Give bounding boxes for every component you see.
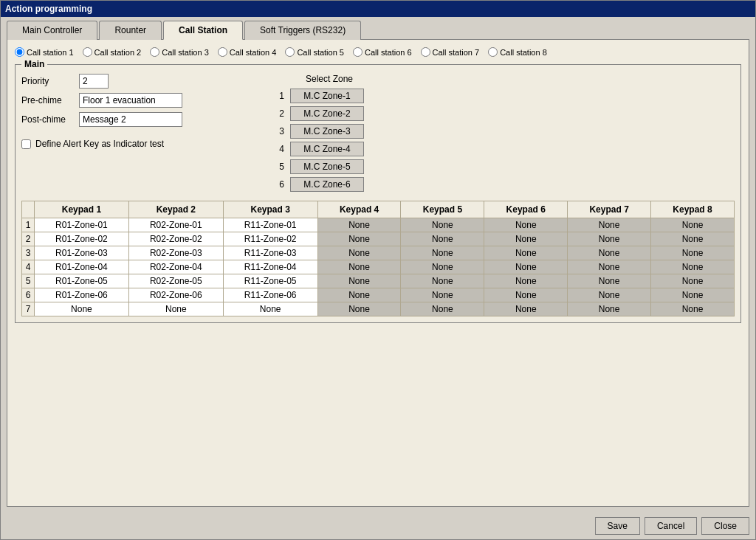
alert-key-checkbox[interactable] xyxy=(21,139,31,149)
cell-r5-c6[interactable]: None xyxy=(484,274,568,288)
cell-r5-c5[interactable]: None xyxy=(401,274,484,288)
cell-r4-c6[interactable]: None xyxy=(484,260,568,274)
zone-btn-5[interactable]: M.C Zone-5 xyxy=(290,159,364,174)
call-station-2-label: Call station 2 xyxy=(94,48,142,57)
cell-r3-c6[interactable]: None xyxy=(484,246,568,260)
tab-call-station[interactable]: Call Station xyxy=(163,21,243,40)
call-station-2-radio[interactable]: Call station 2 xyxy=(83,47,142,57)
cell-r4-c5[interactable]: None xyxy=(401,260,484,274)
call-station-1-label: Call station 1 xyxy=(27,48,74,57)
cell-r4-c7[interactable]: None xyxy=(568,260,651,274)
zone-btn-2[interactable]: M.C Zone-2 xyxy=(290,106,364,121)
cell-r4-c2[interactable]: R02-Zone-04 xyxy=(128,260,223,274)
cell-r6-c7[interactable]: None xyxy=(568,288,651,302)
cell-r4-c8[interactable]: None xyxy=(651,260,735,274)
tab-soft-triggers[interactable]: Soft Triggers (RS232) xyxy=(244,21,361,40)
zone-btn-6[interactable]: M.C Zone-6 xyxy=(290,177,364,192)
cell-r4-c3[interactable]: R11-Zone-04 xyxy=(223,260,317,274)
cell-r2-c8[interactable]: None xyxy=(651,232,735,246)
cell-r2-c6[interactable]: None xyxy=(484,232,568,246)
cell-r1-c1[interactable]: R01-Zone-01 xyxy=(35,218,129,232)
cell-r1-c7[interactable]: None xyxy=(568,218,651,232)
cell-r7-c2[interactable]: None xyxy=(128,302,223,316)
cell-r2-c4[interactable]: None xyxy=(317,232,401,246)
checkbox-row: Define Alert Key as Indicator test xyxy=(21,139,258,149)
cell-r3-c3[interactable]: R11-Zone-03 xyxy=(223,246,317,260)
call-station-1-radio[interactable]: Call station 1 xyxy=(15,47,74,57)
cell-r6-c1[interactable]: R01-Zone-06 xyxy=(35,288,129,302)
cell-r7-c1[interactable]: None xyxy=(35,302,129,316)
cell-r3-c4[interactable]: None xyxy=(317,246,401,260)
cell-r1-c3[interactable]: R11-Zone-01 xyxy=(223,218,317,232)
row-num-2: 2 xyxy=(22,232,35,246)
call-station-5-radio[interactable]: Call station 5 xyxy=(285,47,344,57)
cell-r5-c7[interactable]: None xyxy=(568,274,651,288)
table-row: 4R01-Zone-04R02-Zone-04R11-Zone-04NoneNo… xyxy=(22,260,735,274)
cell-r1-c2[interactable]: R02-Zone-01 xyxy=(128,218,223,232)
row-num-5: 5 xyxy=(22,274,35,288)
call-station-7-radio[interactable]: Call station 7 xyxy=(421,47,480,57)
cell-r2-c5[interactable]: None xyxy=(401,232,484,246)
cell-r1-c5[interactable]: None xyxy=(401,218,484,232)
call-station-3-radio[interactable]: Call station 3 xyxy=(150,47,209,57)
cell-r3-c8[interactable]: None xyxy=(651,246,735,260)
zone-btn-4[interactable]: M.C Zone-4 xyxy=(290,142,364,156)
cell-r7-c6[interactable]: None xyxy=(484,302,568,316)
cell-r5-c1[interactable]: R01-Zone-05 xyxy=(35,274,129,288)
col-header-keypad3: Keypad 3 xyxy=(223,201,317,218)
cell-r6-c8[interactable]: None xyxy=(651,288,735,302)
cell-r6-c3[interactable]: R11-Zone-06 xyxy=(223,288,317,302)
cell-r2-c2[interactable]: R02-Zone-02 xyxy=(128,232,223,246)
cell-r7-c5[interactable]: None xyxy=(401,302,484,316)
pre-chime-input[interactable] xyxy=(79,93,182,108)
cell-r5-c4[interactable]: None xyxy=(317,274,401,288)
cancel-button[interactable]: Cancel xyxy=(645,517,697,535)
cell-r2-c3[interactable]: R11-Zone-02 xyxy=(223,232,317,246)
cell-r4-c1[interactable]: R01-Zone-04 xyxy=(35,260,129,274)
cell-r3-c5[interactable]: None xyxy=(401,246,484,260)
call-station-4-radio[interactable]: Call station 4 xyxy=(218,47,277,57)
cell-r6-c6[interactable]: None xyxy=(484,288,568,302)
call-station-8-radio[interactable]: Call station 8 xyxy=(488,47,547,57)
cell-r7-c7[interactable]: None xyxy=(568,302,651,316)
zone-btn-1[interactable]: M.C Zone-1 xyxy=(290,89,364,103)
table-row: 6R01-Zone-06R02-Zone-06R11-Zone-06NoneNo… xyxy=(22,288,735,302)
cell-r4-c4[interactable]: None xyxy=(317,260,401,274)
cell-r2-c7[interactable]: None xyxy=(568,232,651,246)
cell-r3-c2[interactable]: R02-Zone-03 xyxy=(128,246,223,260)
cell-r1-c8[interactable]: None xyxy=(651,218,735,232)
bottom-bar: Save Cancel Close xyxy=(1,513,755,539)
cell-r7-c3[interactable]: None xyxy=(223,302,317,316)
priority-row: Priority xyxy=(21,74,258,89)
zone-btn-3[interactable]: M.C Zone-3 xyxy=(290,124,364,139)
cell-r6-c5[interactable]: None xyxy=(401,288,484,302)
cell-r6-c2[interactable]: R02-Zone-06 xyxy=(128,288,223,302)
cell-r5-c2[interactable]: R02-Zone-05 xyxy=(128,274,223,288)
row-num-3: 3 xyxy=(22,246,35,260)
cell-r5-c8[interactable]: None xyxy=(651,274,735,288)
tab-rounter[interactable]: Rounter xyxy=(99,21,162,40)
priority-label: Priority xyxy=(21,76,73,86)
post-chime-input[interactable] xyxy=(79,112,182,127)
close-button[interactable]: Close xyxy=(701,517,749,535)
pre-chime-label: Pre-chime xyxy=(21,95,73,105)
cell-r1-c4[interactable]: None xyxy=(317,218,401,232)
cell-r7-c4[interactable]: None xyxy=(317,302,401,316)
col-header-keypad8: Keypad 8 xyxy=(651,201,735,218)
cell-r5-c3[interactable]: R11-Zone-05 xyxy=(223,274,317,288)
cell-r3-c7[interactable]: None xyxy=(568,246,651,260)
save-button[interactable]: Save xyxy=(595,517,640,535)
cell-r3-c1[interactable]: R01-Zone-03 xyxy=(35,246,129,260)
cell-r1-c6[interactable]: None xyxy=(484,218,568,232)
row-num-1: 1 xyxy=(22,218,35,232)
call-station-6-label: Call station 6 xyxy=(365,48,412,57)
priority-input[interactable] xyxy=(79,74,109,89)
cell-r7-c8[interactable]: None xyxy=(651,302,735,316)
zone-num-6: 6 xyxy=(272,179,284,190)
main-inner: Priority Pre-chime Post-chime Define Ale… xyxy=(21,74,735,192)
call-station-6-radio[interactable]: Call station 6 xyxy=(353,47,412,57)
cell-r2-c1[interactable]: R01-Zone-02 xyxy=(35,232,129,246)
tab-main-controller[interactable]: Main Controller xyxy=(7,21,97,40)
cell-r6-c4[interactable]: None xyxy=(317,288,401,302)
tab-bar: Main Controller Rounter Call Station Sof… xyxy=(1,17,755,39)
